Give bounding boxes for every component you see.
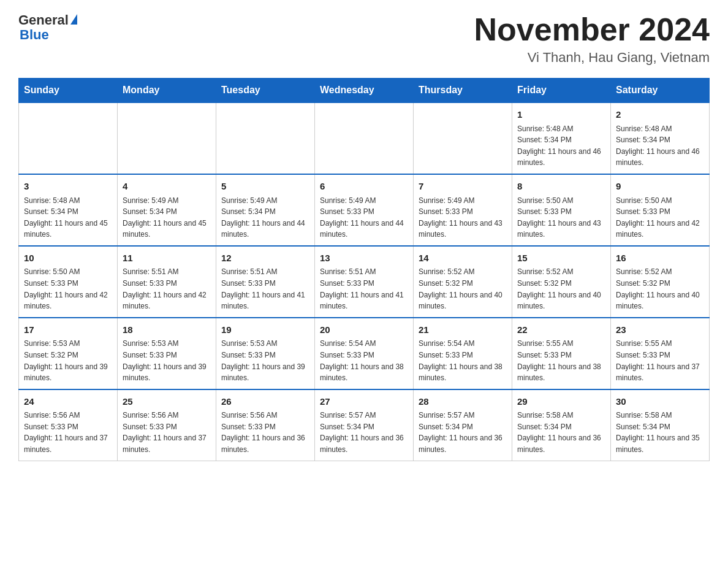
- day-number: 11: [123, 251, 211, 266]
- day-info: Sunrise: 5:55 AM Sunset: 5:33 PM Dayligh…: [517, 338, 605, 383]
- day-number: 7: [419, 180, 507, 194]
- day-number: 18: [123, 323, 211, 337]
- day-info: Sunrise: 5:50 AM Sunset: 5:33 PM Dayligh…: [517, 195, 605, 240]
- day-info: Sunrise: 5:57 AM Sunset: 5:34 PM Dayligh…: [419, 410, 507, 455]
- day-cell: 16Sunrise: 5:52 AM Sunset: 5:32 PM Dayli…: [611, 246, 710, 318]
- week-row-5: 24Sunrise: 5:56 AM Sunset: 5:33 PM Dayli…: [19, 389, 710, 461]
- day-info: Sunrise: 5:54 AM Sunset: 5:33 PM Dayligh…: [419, 338, 507, 383]
- day-cell: [414, 102, 512, 174]
- day-info: Sunrise: 5:50 AM Sunset: 5:33 PM Dayligh…: [24, 266, 112, 312]
- day-number: 28: [419, 395, 507, 409]
- day-number: 25: [123, 395, 211, 409]
- day-info: Sunrise: 5:53 AM Sunset: 5:33 PM Dayligh…: [123, 338, 211, 383]
- day-number: 12: [221, 251, 309, 266]
- day-info: Sunrise: 5:48 AM Sunset: 5:34 PM Dayligh…: [24, 195, 112, 240]
- weekday-header-monday: Monday: [118, 79, 216, 103]
- week-row-2: 3Sunrise: 5:48 AM Sunset: 5:34 PM Daylig…: [19, 174, 710, 246]
- day-info: Sunrise: 5:52 AM Sunset: 5:32 PM Dayligh…: [419, 266, 507, 312]
- logo-general-text: General: [18, 12, 69, 28]
- day-cell: 27Sunrise: 5:57 AM Sunset: 5:34 PM Dayli…: [315, 389, 414, 461]
- day-info: Sunrise: 5:51 AM Sunset: 5:33 PM Dayligh…: [221, 266, 309, 312]
- day-cell: 13Sunrise: 5:51 AM Sunset: 5:33 PM Dayli…: [315, 246, 414, 318]
- day-number: 4: [123, 180, 211, 194]
- header: General Blue November 2024 Vi Thanh, Hau…: [18, 12, 710, 66]
- day-cell: 24Sunrise: 5:56 AM Sunset: 5:33 PM Dayli…: [19, 389, 118, 461]
- day-cell: 28Sunrise: 5:57 AM Sunset: 5:34 PM Dayli…: [414, 389, 512, 461]
- day-info: Sunrise: 5:56 AM Sunset: 5:33 PM Dayligh…: [123, 410, 211, 455]
- day-info: Sunrise: 5:56 AM Sunset: 5:33 PM Dayligh…: [24, 410, 112, 455]
- day-number: 10: [24, 251, 112, 266]
- day-cell: [216, 102, 315, 174]
- day-cell: 18Sunrise: 5:53 AM Sunset: 5:33 PM Dayli…: [118, 318, 216, 389]
- logo-blue-text: Blue: [20, 27, 49, 42]
- day-cell: 19Sunrise: 5:53 AM Sunset: 5:33 PM Dayli…: [216, 318, 315, 389]
- day-number: 16: [616, 251, 704, 266]
- day-cell: 21Sunrise: 5:54 AM Sunset: 5:33 PM Dayli…: [414, 318, 512, 389]
- day-cell: [315, 102, 414, 174]
- calendar-subtitle: Vi Thanh, Hau Giang, Vietnam: [474, 50, 710, 66]
- day-info: Sunrise: 5:49 AM Sunset: 5:34 PM Dayligh…: [221, 195, 309, 240]
- day-cell: 30Sunrise: 5:58 AM Sunset: 5:34 PM Dayli…: [611, 389, 710, 461]
- day-info: Sunrise: 5:57 AM Sunset: 5:34 PM Dayligh…: [320, 410, 408, 455]
- day-info: Sunrise: 5:49 AM Sunset: 5:33 PM Dayligh…: [419, 195, 507, 240]
- weekday-header-wednesday: Wednesday: [315, 79, 414, 103]
- day-info: Sunrise: 5:48 AM Sunset: 5:34 PM Dayligh…: [517, 123, 605, 169]
- weekday-header-saturday: Saturday: [611, 79, 710, 103]
- day-number: 26: [221, 395, 309, 409]
- day-number: 21: [419, 323, 507, 337]
- day-info: Sunrise: 5:49 AM Sunset: 5:33 PM Dayligh…: [320, 195, 408, 240]
- day-cell: 23Sunrise: 5:55 AM Sunset: 5:33 PM Dayli…: [611, 318, 710, 389]
- day-number: 13: [320, 251, 408, 266]
- day-cell: 7Sunrise: 5:49 AM Sunset: 5:33 PM Daylig…: [414, 174, 512, 246]
- day-info: Sunrise: 5:51 AM Sunset: 5:33 PM Dayligh…: [123, 266, 211, 312]
- day-number: 17: [24, 323, 112, 337]
- day-number: 30: [616, 395, 704, 409]
- day-info: Sunrise: 5:58 AM Sunset: 5:34 PM Dayligh…: [616, 410, 704, 455]
- day-number: 22: [517, 323, 605, 337]
- day-number: 5: [221, 180, 309, 194]
- weekday-header-row: SundayMondayTuesdayWednesdayThursdayFrid…: [19, 79, 710, 103]
- week-row-4: 17Sunrise: 5:53 AM Sunset: 5:32 PM Dayli…: [19, 318, 710, 389]
- week-row-3: 10Sunrise: 5:50 AM Sunset: 5:33 PM Dayli…: [19, 246, 710, 318]
- day-cell: 29Sunrise: 5:58 AM Sunset: 5:34 PM Dayli…: [512, 389, 611, 461]
- day-cell: 4Sunrise: 5:49 AM Sunset: 5:34 PM Daylig…: [118, 174, 216, 246]
- day-number: 29: [517, 395, 605, 409]
- day-number: 9: [616, 180, 704, 194]
- day-cell: 8Sunrise: 5:50 AM Sunset: 5:33 PM Daylig…: [512, 174, 611, 246]
- week-row-1: 1Sunrise: 5:48 AM Sunset: 5:34 PM Daylig…: [19, 102, 710, 174]
- day-number: 6: [320, 180, 408, 194]
- calendar-table: SundayMondayTuesdayWednesdayThursdayFrid…: [18, 78, 710, 461]
- day-info: Sunrise: 5:51 AM Sunset: 5:33 PM Dayligh…: [320, 266, 408, 312]
- day-cell: 12Sunrise: 5:51 AM Sunset: 5:33 PM Dayli…: [216, 246, 315, 318]
- weekday-header-tuesday: Tuesday: [216, 79, 315, 103]
- day-info: Sunrise: 5:52 AM Sunset: 5:32 PM Dayligh…: [517, 266, 605, 312]
- day-info: Sunrise: 5:53 AM Sunset: 5:33 PM Dayligh…: [221, 338, 309, 383]
- day-info: Sunrise: 5:53 AM Sunset: 5:32 PM Dayligh…: [24, 338, 112, 383]
- day-cell: 22Sunrise: 5:55 AM Sunset: 5:33 PM Dayli…: [512, 318, 611, 389]
- day-cell: [19, 102, 118, 174]
- day-number: 24: [24, 395, 112, 409]
- day-cell: [118, 102, 216, 174]
- weekday-header-thursday: Thursday: [414, 79, 512, 103]
- day-info: Sunrise: 5:54 AM Sunset: 5:33 PM Dayligh…: [320, 338, 408, 383]
- day-cell: 9Sunrise: 5:50 AM Sunset: 5:33 PM Daylig…: [611, 174, 710, 246]
- day-number: 8: [517, 180, 605, 194]
- day-cell: 2Sunrise: 5:48 AM Sunset: 5:34 PM Daylig…: [611, 102, 710, 174]
- day-info: Sunrise: 5:52 AM Sunset: 5:32 PM Dayligh…: [616, 266, 704, 312]
- day-cell: 26Sunrise: 5:56 AM Sunset: 5:33 PM Dayli…: [216, 389, 315, 461]
- day-info: Sunrise: 5:50 AM Sunset: 5:33 PM Dayligh…: [616, 195, 704, 240]
- day-cell: 17Sunrise: 5:53 AM Sunset: 5:32 PM Dayli…: [19, 318, 118, 389]
- day-number: 14: [419, 251, 507, 266]
- day-info: Sunrise: 5:48 AM Sunset: 5:34 PM Dayligh…: [616, 123, 704, 169]
- day-cell: 11Sunrise: 5:51 AM Sunset: 5:33 PM Dayli…: [118, 246, 216, 318]
- day-cell: 6Sunrise: 5:49 AM Sunset: 5:33 PM Daylig…: [315, 174, 414, 246]
- day-number: 27: [320, 395, 408, 409]
- logo: General Blue: [18, 12, 77, 43]
- day-number: 1: [517, 108, 605, 122]
- day-info: Sunrise: 5:49 AM Sunset: 5:34 PM Dayligh…: [123, 195, 211, 240]
- day-number: 2: [616, 108, 704, 122]
- day-number: 19: [221, 323, 309, 337]
- day-number: 3: [24, 180, 112, 194]
- calendar-title: November 2024: [474, 12, 710, 47]
- day-info: Sunrise: 5:58 AM Sunset: 5:34 PM Dayligh…: [517, 410, 605, 455]
